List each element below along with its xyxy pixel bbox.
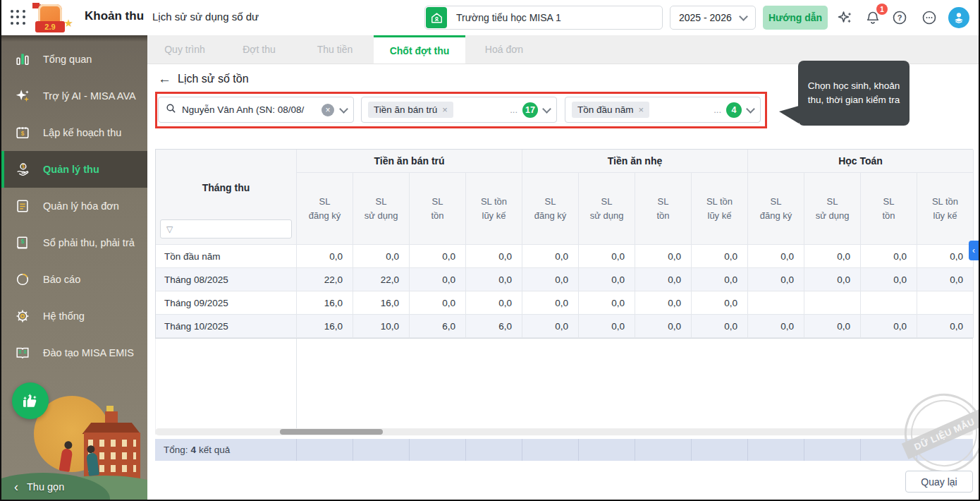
school-selector[interactable]: Trường tiểu học MISA 1 [424,6,663,30]
fee-filter-multiselect[interactable]: Tiền ăn bán trú × ... 17 [361,97,557,123]
sidebar-item-label: Quản lý thu [43,164,99,175]
table-cell: 6,0 [466,315,522,338]
app-launcher-grid-icon[interactable] [11,10,26,25]
table-cell: 0,0 [579,245,635,268]
back-button[interactable]: Quay lại [905,471,973,493]
star-icon: ★ [64,17,73,30]
table-cell: 0,0 [692,291,748,315]
results-summary: Tổng: 4 kết quả [155,439,296,461]
table-cell: 0,0 [466,291,522,315]
student-filter-select[interactable]: Nguyễn Vân Anh (SN: 08/08/ × [158,97,354,123]
summary-cell [465,439,522,461]
table-cell [804,291,861,315]
sidebar-item-label: Đào tạo MISA EMIS [43,347,134,358]
sidebar-item-quan-ly-hoa-don[interactable]: Quản lý hóa đơn [1,188,147,224]
sidebar-item-he-thong[interactable]: Hệ thống [1,298,147,334]
table-cell: 0,0 [579,268,635,291]
table-cell: 0,0 [748,315,804,338]
collapse-sidebar-button[interactable]: ‹ Thu gọn [14,481,64,493]
open-book-icon [14,344,31,361]
app-window: ★ 2.9 Khoản thu Lịch sử sử dụng số dư Tr… [0,0,980,501]
sidebar-item-lap-ke-hoach-thu[interactable]: $Lập kế hoạch thu [1,114,147,151]
column-group-header: Tiền ăn nhẹ [522,150,748,173]
sidebar-item-tro-ly-ai[interactable]: Trợ lý AI - MISA AVA [1,78,147,114]
scrollbar-thumb[interactable] [280,429,383,435]
chip-overflow-ellipsis: ... [713,104,721,115]
column-header: SL sử dụng [579,173,635,245]
period-filter-multiselect[interactable]: Tồn đầu năm × ... 4 [565,97,761,123]
horizontal-scrollbar [155,428,973,435]
sidebar-item-dao-tao-misa-emis[interactable]: Đào tạo MISA EMIS [1,334,147,371]
chip-remove-icon[interactable]: × [639,104,644,115]
clear-icon[interactable]: × [321,104,334,116]
sidebar-item-bao-cao[interactable]: Báo cáo [1,261,147,298]
column-header: SL sử dụng [353,173,410,245]
bar-chart-icon [14,51,31,68]
chip-remove-icon[interactable]: × [442,104,448,115]
table-cell: 0,0 [917,315,974,338]
summary-cell [691,439,747,461]
results-summary-row: Tổng: 4 kết quả [155,439,973,461]
chevron-down-icon [542,104,551,114]
chip-overflow-ellipsis: ... [510,104,517,115]
table-cell: 0,0 [579,291,635,315]
summary-cell [296,439,353,461]
table-cell: 0,0 [410,291,466,315]
content: ← Lịch sử số tồn Nguyễn Vân Anh (SN: 08/… [147,64,979,500]
page-heading: ← Lịch sử số tồn [158,73,249,85]
ai-sparkles-icon[interactable] [835,8,855,28]
table-cell: 10,0 [353,315,410,338]
table-row-label: Tháng 08/2025 [156,268,297,291]
column-header: SL tồn [861,173,917,245]
table-cell: 0,0 [804,245,861,268]
table-cell: 0,0 [861,315,917,338]
month-filter-input[interactable]: ▽ [160,219,292,239]
table-cell [917,291,974,315]
app-title: Khoản thu [85,9,144,23]
table-cell: 22,0 [353,268,410,291]
balance-table: Tháng thu▽Tiền ăn bán trúSL đăng kýSL sử… [155,149,973,339]
version-badge: 2.9 [35,21,65,32]
column-header: SL tồn lũy kế [466,173,522,245]
sidebar-item-label: Sổ phải thu, phải trả [43,237,135,248]
page-title: Lịch sử sử dụng số dư [152,11,259,23]
table-cell: 0,0 [635,315,692,338]
help-icon[interactable]: ? [890,8,909,28]
summary-cell [578,439,635,461]
table-cell: 0,0 [466,268,522,291]
tab-quy-trinh[interactable]: Quy trình [147,35,222,64]
page-heading-label: Lịch sử số tồn [178,73,249,85]
tab-chot-dot-thu[interactable]: Chốt đợt thu [374,35,465,64]
summary-cell [860,439,917,461]
main-area: Quy trìnhĐợt thuThu tiềnChốt đợt thuHoá … [147,35,979,500]
sidebar-item-quan-ly-thu[interactable]: $Quản lý thu [1,151,147,188]
sidebar-item-label: Lập kế hoạch thu [43,127,121,138]
svg-text:$: $ [22,164,25,169]
sidebar: Tổng quanTrợ lý AI - MISA AVA$Lập kế hoạ… [1,35,147,501]
table-cell: 0,0 [410,268,466,291]
tab-hoa-don[interactable]: Hoá đơn [465,35,543,64]
sidebar-item-label: Quản lý hóa đơn [43,200,119,212]
ai-sparkle-icon [14,87,31,104]
back-arrow-icon[interactable]: ← [158,73,171,85]
more-options-icon[interactable] [919,8,939,28]
table-cell: 0,0 [522,268,579,291]
summary-cell [747,439,804,461]
sidebar-item-tong-quan[interactable]: Tổng quan [1,41,147,78]
user-avatar[interactable] [948,7,969,28]
rating-fab[interactable] [12,382,49,419]
guide-button[interactable]: Hướng dẫn [763,6,828,30]
count-badge: 17 [522,102,538,118]
tab-thu-tien[interactable]: Thu tiền [296,35,374,64]
chevron-down-icon [746,104,755,114]
svg-text:?: ? [898,13,902,22]
collapse-label: Thu gọn [27,481,64,493]
table-cell: 0,0 [748,245,804,268]
tab-dot-thu[interactable]: Đợt thu [222,35,296,64]
sidebar-item-so-phai-thu-phai-tra[interactable]: $Sổ phải thu, phải trả [1,224,147,261]
summary-cell [522,439,578,461]
summary-cell [635,439,691,461]
school-year-select[interactable]: 2025 - 2026 [670,6,756,30]
chevron-left-icon: ‹ [14,482,18,492]
panel-expand-button[interactable]: ‹ [969,241,979,260]
